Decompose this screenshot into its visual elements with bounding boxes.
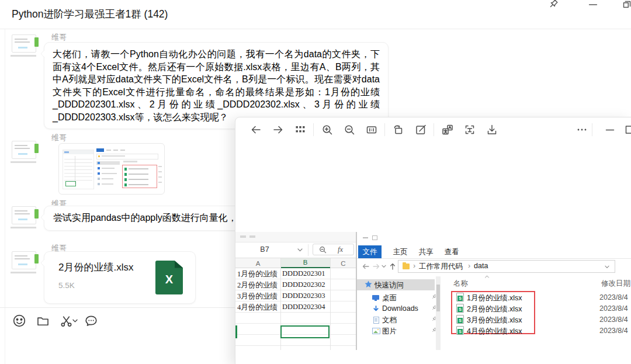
maximize-icon[interactable] — [620, 0, 631, 8]
actual-size-icon[interactable] — [365, 123, 378, 136]
column-header-name[interactable]: 名称 — [453, 279, 468, 289]
avatar-caption — [11, 272, 36, 273]
nav-item-pictures[interactable]: 图片 — [382, 327, 397, 337]
formula-bar-group: fx — [313, 244, 354, 255]
file-row-name[interactable]: 1月份的业绩.xlsx — [467, 293, 522, 303]
breadcrumb-folder[interactable]: 工作常用代码 — [419, 262, 463, 272]
image-viewer-window: B7 fx A C B 1月份的业绩 DDDD202301 2月份的业绩 DDD… — [235, 117, 631, 364]
wps-spreadsheet-file-icon: S — [456, 326, 464, 335]
cell-a1: 1月份的业绩 — [237, 269, 278, 279]
nav-item-documents[interactable]: 文档 — [382, 316, 397, 325]
chat-title: Python进阶学习最强王者1群 (142) — [12, 7, 168, 21]
ribbon-bottom-border — [357, 258, 631, 259]
message-history-icon[interactable] — [84, 313, 99, 328]
downloads-icon — [373, 306, 379, 313]
avatar-illustration — [12, 34, 36, 53]
gridline — [330, 258, 331, 350]
viewer-minimize-icon[interactable] — [604, 123, 616, 136]
cell-b1: DDDD202301 — [282, 269, 325, 278]
sender-name: 维哥 — [51, 133, 67, 143]
column-header-date[interactable]: 修改日期 — [601, 279, 630, 289]
back-icon[interactable] — [362, 262, 370, 271]
selected-cell-b7 — [280, 325, 330, 338]
file-row-name[interactable]: 4月份的业绩.xlsx — [467, 327, 522, 337]
edit-icon[interactable] — [414, 123, 427, 136]
file-row-name[interactable]: 3月份的业绩.xlsx — [467, 316, 522, 325]
file-folder-icon[interactable] — [36, 314, 51, 329]
message-image-thumbnail[interactable] — [58, 143, 165, 195]
recent-locations-chevron-icon[interactable] — [382, 265, 386, 268]
forward-icon[interactable] — [372, 262, 380, 271]
avatar-caption — [11, 55, 36, 57]
mini-explorer — [95, 148, 162, 189]
breadcrumb-separator: › — [413, 262, 415, 270]
avatar[interactable] — [11, 206, 37, 233]
avatar-illustration — [12, 251, 36, 269]
spreadsheet-ribbon-edge — [235, 232, 356, 242]
file-name: 2月份的业绩.xlsx — [58, 261, 133, 274]
file-row-date: 2023/8/4 — [599, 316, 628, 324]
cell-a4: 4月份的业绩 — [237, 303, 278, 313]
emoji-icon[interactable] — [12, 313, 27, 328]
pin-icon[interactable] — [547, 0, 560, 8]
avatar[interactable] — [11, 251, 37, 278]
breadcrumb-separator: › — [468, 262, 470, 270]
mini-window-controls — [372, 235, 377, 240]
cell-b4: DDDD202304 — [282, 303, 325, 311]
panel-divider — [5, 29, 5, 364]
nav-item-downloads[interactable]: Downloads — [382, 304, 418, 313]
nav-item-quick-access[interactable]: 快速访问 — [375, 280, 404, 290]
avatar[interactable] — [11, 140, 37, 167]
file-row-date: 2023/8/4 — [599, 327, 628, 335]
extract-text-icon[interactable] — [463, 123, 476, 136]
file-row-date: 2023/8/4 — [599, 304, 628, 313]
explorer-tab-file[interactable]: 文件 — [358, 245, 382, 258]
message-bubble: 大佬们，请教一个Python自动化办公的问题，我有一个名为data的文件夹，下面… — [44, 42, 389, 129]
gallery-grid-icon[interactable] — [294, 123, 307, 136]
cell-a3: 3月份的业绩 — [237, 292, 278, 301]
star-icon — [365, 280, 372, 288]
folder-icon — [403, 264, 410, 269]
nav-scrollbar-thumb[interactable] — [436, 285, 440, 311]
file-message-card[interactable]: 2月份的业绩.xlsx 5.5K X — [44, 251, 196, 304]
nav-item-desktop[interactable]: 桌面 — [382, 293, 397, 303]
cell-name-box: B7 — [248, 245, 281, 254]
avatar-caption — [11, 227, 36, 228]
download-icon[interactable] — [486, 123, 498, 136]
explorer-tab-home[interactable]: 主页 — [389, 245, 412, 258]
address-dropdown-chevron-icon[interactable] — [605, 265, 609, 269]
file-row-date: 2023/8/4 — [599, 293, 628, 301]
column-header-c: C — [330, 259, 356, 268]
scissors-dropdown-chevron-icon[interactable] — [72, 319, 78, 324]
rotate-icon[interactable] — [392, 123, 405, 136]
viewer-maximize-icon[interactable] — [623, 123, 631, 136]
wps-spreadsheet-file-icon: S — [456, 315, 464, 324]
name-box-chevron-icon — [297, 248, 303, 252]
explorer-tab-view[interactable]: 查看 — [440, 245, 463, 258]
toolbar-separator — [384, 123, 385, 136]
translate-icon[interactable] — [441, 123, 454, 136]
toolbar-separator — [434, 123, 434, 136]
formula-bar-separator — [308, 244, 308, 256]
sender-name: 维哥 — [51, 32, 67, 43]
avatar[interactable] — [11, 34, 37, 61]
zoom-out-icon[interactable] — [343, 123, 356, 136]
up-icon[interactable] — [389, 262, 397, 271]
avatar-illustration — [12, 206, 36, 224]
breadcrumb-folder-current[interactable]: data — [474, 262, 488, 270]
cell-b3: DDDD202303 — [282, 292, 325, 300]
previous-image-icon[interactable] — [249, 123, 262, 136]
mini-window-controls — [363, 237, 368, 238]
zoom-in-icon[interactable] — [321, 123, 334, 136]
more-options-icon[interactable] — [575, 123, 588, 136]
column-header-b-selected: B — [280, 258, 330, 268]
selected-row-indicator — [235, 325, 237, 338]
viewer-image[interactable]: B7 fx A C B 1月份的业绩 DDDD202301 2月份的业绩 DDD… — [235, 232, 631, 350]
explorer-tab-share[interactable]: 共享 — [414, 245, 438, 258]
excel-file-icon: X — [155, 261, 183, 294]
toolbar-separator — [592, 123, 592, 136]
file-row-name[interactable]: 2月份的业绩.xlsx — [467, 304, 522, 314]
minimize-icon[interactable] — [587, 0, 599, 8]
next-image-icon[interactable] — [272, 123, 285, 136]
mini-red-box — [122, 165, 157, 188]
